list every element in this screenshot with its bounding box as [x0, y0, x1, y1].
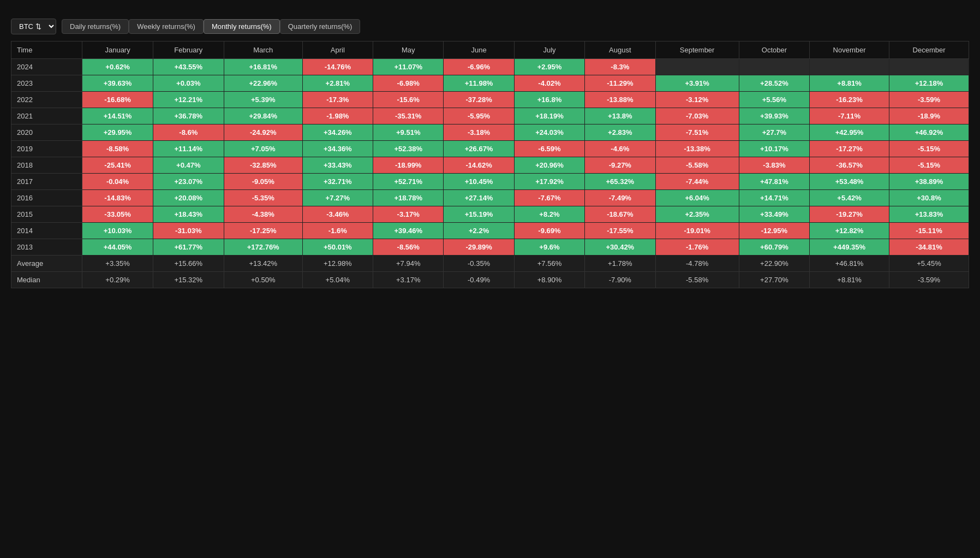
- footer-cell: +22.90%: [739, 256, 809, 272]
- return-cell: -25.41%: [82, 157, 153, 174]
- return-cell: +52.38%: [373, 141, 444, 157]
- return-cell: +13.83%: [889, 206, 969, 223]
- return-cell: -3.46%: [302, 206, 373, 223]
- return-cell: -4.38%: [224, 206, 302, 223]
- return-cell: -8.56%: [373, 239, 444, 256]
- col-header-july: July: [514, 41, 584, 59]
- return-cell: +11.14%: [153, 141, 224, 157]
- return-cell: -7.44%: [655, 174, 739, 190]
- footer-cell: +0.50%: [224, 272, 302, 288]
- return-cell: +2.83%: [585, 124, 655, 141]
- return-cell: -17.3%: [302, 92, 373, 108]
- table-row: 2017-0.04%+23.07%-9.05%+32.71%+52.71%+10…: [11, 174, 969, 190]
- col-header-march: March: [224, 41, 302, 59]
- return-cell: -6.96%: [444, 59, 514, 75]
- return-cell: +12.82%: [810, 223, 889, 239]
- return-cell: -3.17%: [373, 206, 444, 223]
- return-cell: +27.7%: [739, 124, 809, 141]
- footer-cell: +13.42%: [224, 256, 302, 272]
- table-row: 2024+0.62%+43.55%+16.81%-14.76%+11.07%-6…: [11, 59, 969, 75]
- return-cell: +18.78%: [373, 190, 444, 206]
- return-cell: +22.96%: [224, 75, 302, 92]
- return-cell: -18.99%: [373, 157, 444, 174]
- year-cell: 2022: [11, 92, 82, 108]
- return-cell: -14.62%: [444, 157, 514, 174]
- footer-row: Median+0.29%+15.32%+0.50%+5.04%+3.17%-0.…: [11, 272, 969, 288]
- return-cell: +8.81%: [810, 75, 889, 92]
- tab-quarterly-returns---[interactable]: Quarterly returns(%): [280, 19, 361, 34]
- return-cell: +10.03%: [82, 223, 153, 239]
- return-cell: -33.05%: [82, 206, 153, 223]
- footer-cell: +7.56%: [514, 256, 584, 272]
- return-cell: +20.96%: [514, 157, 584, 174]
- footer-cell: +3.35%: [82, 256, 153, 272]
- return-cell: -18.9%: [889, 108, 969, 124]
- return-cell: +15.19%: [444, 206, 514, 223]
- return-cell: +65.32%: [585, 174, 655, 190]
- tab-daily-returns---[interactable]: Daily returns(%): [62, 19, 129, 34]
- return-cell: -7.49%: [585, 190, 655, 206]
- return-cell: +14.51%: [82, 108, 153, 124]
- return-cell: -16.23%: [810, 92, 889, 108]
- table-row: 2015-33.05%+18.43%-4.38%-3.46%-3.17%+15.…: [11, 206, 969, 223]
- return-cell: +33.43%: [302, 157, 373, 174]
- footer-cell: +15.66%: [153, 256, 224, 272]
- year-cell: 2018: [11, 157, 82, 174]
- return-cell: +12.18%: [889, 75, 969, 92]
- return-cell: +39.63%: [82, 75, 153, 92]
- return-cell: -7.51%: [655, 124, 739, 141]
- return-cell: -8.3%: [585, 59, 655, 75]
- return-cell: -3.18%: [444, 124, 514, 141]
- return-cell: -13.38%: [655, 141, 739, 157]
- col-header-october: October: [739, 41, 809, 59]
- return-cell: -6.59%: [514, 141, 584, 157]
- return-cell: -3.83%: [739, 157, 809, 174]
- col-header-may: May: [373, 41, 444, 59]
- return-cell: -32.85%: [224, 157, 302, 174]
- tab-monthly-returns---[interactable]: Monthly returns(%): [204, 19, 280, 34]
- return-cell: -9.27%: [585, 157, 655, 174]
- col-header-august: August: [585, 41, 655, 59]
- table-row: 2014+10.03%-31.03%-17.25%-1.6%+39.46%+2.…: [11, 223, 969, 239]
- return-cell: -24.92%: [224, 124, 302, 141]
- year-cell: 2019: [11, 141, 82, 157]
- return-cell: +10.45%: [444, 174, 514, 190]
- return-cell: -17.55%: [585, 223, 655, 239]
- return-cell: -4.02%: [514, 75, 584, 92]
- year-cell: 2023: [11, 75, 82, 92]
- return-cell: -4.6%: [585, 141, 655, 157]
- return-cell: -1.76%: [655, 239, 739, 256]
- return-cell: +34.36%: [302, 141, 373, 157]
- year-cell: 2017: [11, 174, 82, 190]
- return-cell: -35.31%: [373, 108, 444, 124]
- return-cell: +42.95%: [810, 124, 889, 141]
- return-cell: +30.8%: [889, 190, 969, 206]
- return-cell: +33.49%: [739, 206, 809, 223]
- footer-cell: -7.90%: [585, 272, 655, 288]
- return-cell: +11.98%: [444, 75, 514, 92]
- toolbar: BTC ⇅ Daily returns(%)Weekly returns(%)M…: [11, 19, 969, 34]
- return-cell: -9.05%: [224, 174, 302, 190]
- return-cell: +18.43%: [153, 206, 224, 223]
- return-cell: -29.89%: [444, 239, 514, 256]
- tab-weekly-returns---[interactable]: Weekly returns(%): [129, 19, 204, 34]
- footer-cell: -5.58%: [655, 272, 739, 288]
- return-cell: +38.89%: [889, 174, 969, 190]
- footer-cell: +5.45%: [889, 256, 969, 272]
- btc-selector[interactable]: BTC ⇅: [11, 19, 56, 34]
- footer-label: Median: [11, 272, 82, 288]
- return-cell: -15.6%: [373, 92, 444, 108]
- return-cell: +34.26%: [302, 124, 373, 141]
- return-cell: -17.25%: [224, 223, 302, 239]
- return-cell: -9.69%: [514, 223, 584, 239]
- col-header-june: June: [444, 41, 514, 59]
- return-cell: +20.08%: [153, 190, 224, 206]
- return-cell: -16.68%: [82, 92, 153, 108]
- return-cell: +3.91%: [655, 75, 739, 92]
- footer-cell: -0.49%: [444, 272, 514, 288]
- return-cell: +172.76%: [224, 239, 302, 256]
- return-cell: -5.35%: [224, 190, 302, 206]
- footer-cell: -4.78%: [655, 256, 739, 272]
- year-cell: 2021: [11, 108, 82, 124]
- return-cell: +2.35%: [655, 206, 739, 223]
